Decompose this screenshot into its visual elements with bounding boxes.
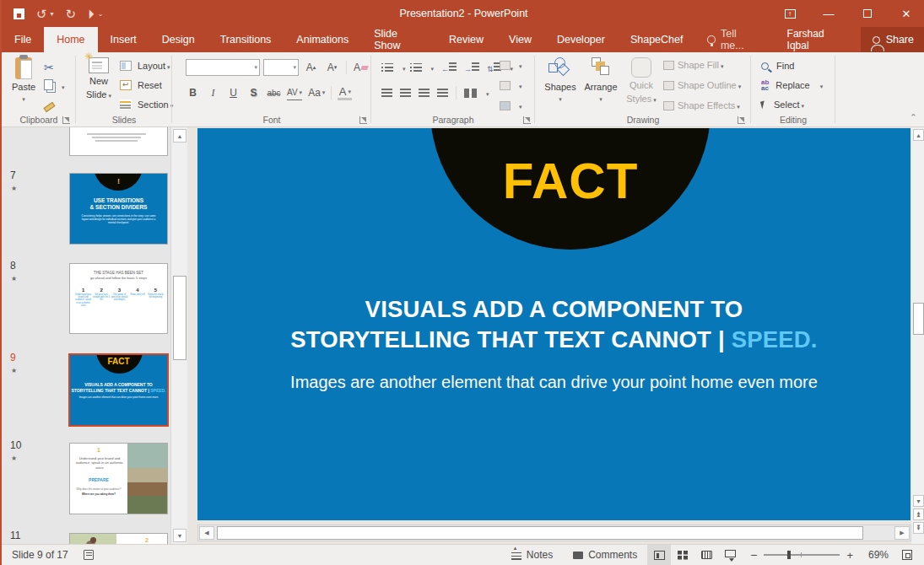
text-direction-dropdown-icon[interactable] xyxy=(517,60,522,70)
text-shadow-button[interactable]: S xyxy=(246,85,261,100)
tab-animations[interactable]: Animations xyxy=(284,27,361,52)
layout-button[interactable]: Layout xyxy=(120,57,170,74)
zoom-slider[interactable] xyxy=(764,554,840,556)
replace-dropdown-icon[interactable] xyxy=(819,80,824,90)
previous-slide-button[interactable]: ▲▲ xyxy=(913,508,924,520)
paste-button[interactable]: Paste xyxy=(7,57,41,103)
clipboard-dialog-launcher[interactable] xyxy=(62,116,70,124)
quick-styles-button[interactable]: Quick Styles xyxy=(623,57,660,104)
thumbnail-slide-8[interactable]: THE STAGE HAS BEEN SET go ahead and foll… xyxy=(69,263,168,334)
clear-formatting-button[interactable]: A xyxy=(354,60,368,75)
justify-icon[interactable] xyxy=(437,89,448,98)
font-dialog-launcher[interactable] xyxy=(359,116,367,124)
notes-button[interactable]: Notes xyxy=(501,545,563,565)
bullets-dropdown-icon[interactable] xyxy=(401,62,406,73)
new-slide-button[interactable]: New Slide xyxy=(81,57,116,100)
tab-shapechef[interactable]: ShapeChef xyxy=(618,27,696,52)
underline-button[interactable]: U xyxy=(226,85,240,100)
vertical-scrollbar-thumb[interactable] xyxy=(913,303,924,335)
zoom-out-icon[interactable]: − xyxy=(750,548,757,562)
zoom-in-icon[interactable]: + xyxy=(846,549,853,562)
slide-title[interactable]: VISUALS ADD A COMPONENT TO STORYTELLING … xyxy=(197,294,910,356)
columns-dropdown-icon[interactable] xyxy=(484,88,489,98)
vertical-scrollbar[interactable]: ▲ ▼ ▲▲ ▼▼ xyxy=(911,127,924,544)
horizontal-scrollbar-thumb[interactable] xyxy=(217,526,863,540)
thumbnail-scrollbar[interactable]: ▲ ▼ xyxy=(170,127,187,544)
slide-subtitle[interactable]: Images are another element that can driv… xyxy=(197,373,910,392)
tab-file[interactable]: File xyxy=(2,27,44,52)
align-left-icon[interactable] xyxy=(381,89,392,98)
thumbnail-slide-6[interactable] xyxy=(69,127,168,156)
tab-review[interactable]: Review xyxy=(436,27,496,52)
comments-button[interactable]: Comments xyxy=(563,545,647,565)
arrange-button[interactable]: Arrange xyxy=(581,57,621,103)
slide-canvas[interactable]: FACT VISUALS ADD A COMPONENT TO STORYTEL… xyxy=(197,128,910,520)
shapes-button[interactable]: Shapes xyxy=(542,57,579,103)
ribbon-display-options-button[interactable]: ↑ xyxy=(770,0,809,27)
shape-effects-button[interactable]: Shape Effects xyxy=(663,97,740,114)
numbering-dropdown-icon[interactable] xyxy=(430,62,435,73)
tab-transitions[interactable]: Transitions xyxy=(208,27,284,52)
grow-font-button[interactable]: A▴ xyxy=(304,60,318,75)
next-slide-button[interactable]: ▼▼ xyxy=(913,522,924,534)
share-button[interactable]: Share xyxy=(861,27,924,52)
columns-icon[interactable] xyxy=(464,89,477,98)
reading-view-button[interactable] xyxy=(694,545,718,565)
font-color-button[interactable]: A xyxy=(338,85,352,100)
close-button[interactable]: ✕ xyxy=(887,0,924,27)
copy-icon[interactable] xyxy=(44,79,53,90)
smartart-dropdown-icon[interactable] xyxy=(517,100,522,110)
strikethrough-button[interactable]: abc xyxy=(267,85,281,100)
find-button[interactable]: Find xyxy=(761,57,794,74)
scroll-left-icon[interactable]: ◀ xyxy=(199,526,214,540)
align-right-icon[interactable] xyxy=(419,89,430,98)
bold-button[interactable]: B xyxy=(186,85,200,100)
thumbnail-slide-9-selected[interactable]: FACT VISUALS ADD A COMPONENT TOSTORYTELL… xyxy=(68,353,169,427)
thumb-scroll-down-icon[interactable]: ▼ xyxy=(173,529,186,542)
thumbnail-slide-11[interactable]: 2 xyxy=(69,533,168,544)
slideshow-view-button[interactable] xyxy=(718,545,742,565)
align-text-dropdown-icon[interactable] xyxy=(517,80,522,90)
numbering-icon[interactable] xyxy=(413,63,422,73)
convert-smartart-icon[interactable] xyxy=(500,101,511,110)
copy-dropdown-icon[interactable] xyxy=(60,81,65,91)
tab-slide-show[interactable]: Slide Show xyxy=(361,27,436,52)
thumb-scroll-up-icon[interactable]: ▲ xyxy=(173,129,186,143)
collapse-ribbon-icon[interactable]: ⌃ xyxy=(910,112,917,123)
text-direction-icon[interactable] xyxy=(500,61,511,70)
font-size-combobox[interactable] xyxy=(263,59,299,76)
shapes-dropdown-icon[interactable] xyxy=(559,95,562,103)
slide-sorter-view-button[interactable] xyxy=(671,545,694,565)
align-center-icon[interactable] xyxy=(400,89,411,98)
increase-indent-icon[interactable]: → xyxy=(464,62,479,73)
select-button[interactable]: Select xyxy=(761,96,804,113)
bullets-icon[interactable] xyxy=(385,63,393,73)
tab-home[interactable]: Home xyxy=(44,27,97,52)
account-name[interactable]: Farshad Iqbal xyxy=(772,27,861,52)
normal-view-button[interactable] xyxy=(647,545,671,565)
paragraph-dialog-launcher[interactable] xyxy=(523,116,531,124)
tab-view[interactable]: View xyxy=(496,27,544,52)
shape-outline-button[interactable]: Shape Outline xyxy=(663,77,741,94)
font-name-combobox[interactable] xyxy=(186,59,260,76)
section-button[interactable]: Section xyxy=(120,96,173,113)
character-spacing-button[interactable]: AV xyxy=(287,85,302,100)
scroll-up-icon[interactable]: ▲ xyxy=(913,129,924,141)
italic-button[interactable]: I xyxy=(206,85,220,100)
fact-text[interactable]: FACT xyxy=(430,152,711,210)
horizontal-scrollbar[interactable]: ◀ ▶ xyxy=(197,525,911,541)
fit-to-window-button[interactable] xyxy=(895,545,919,565)
tab-design[interactable]: Design xyxy=(149,27,208,52)
cut-icon[interactable]: ✂ xyxy=(44,61,54,74)
format-painter-icon[interactable] xyxy=(43,102,55,112)
zoom-slider-thumb[interactable] xyxy=(787,551,791,559)
replace-button[interactable]: abacReplace xyxy=(761,77,823,94)
spell-check-icon[interactable] xyxy=(84,550,94,560)
scroll-down-icon[interactable]: ▼ xyxy=(913,495,924,507)
thumb-scrollbar-thumb[interactable] xyxy=(173,276,186,360)
tab-developer[interactable]: Developer xyxy=(544,27,618,52)
thumbnail-slide-7[interactable]: ! USE TRANSITIONS& SECTION DIVIDERS Cons… xyxy=(69,173,168,245)
shrink-font-button[interactable]: A▾ xyxy=(325,60,339,75)
reset-button[interactable]: Reset xyxy=(120,77,162,94)
arrange-dropdown-icon[interactable] xyxy=(599,95,602,103)
